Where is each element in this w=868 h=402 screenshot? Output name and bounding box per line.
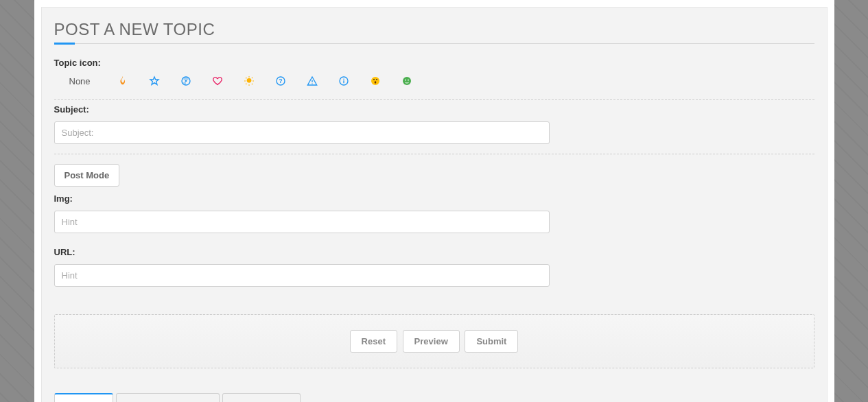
tab-upload-attachment[interactable]: Upload attachment bbox=[116, 393, 220, 402]
svg-text:?: ? bbox=[279, 78, 282, 84]
tab-options[interactable]: Options bbox=[54, 393, 114, 402]
svg-point-11 bbox=[373, 79, 375, 80]
topic-icon-section: Topic icon: None ? bbox=[54, 54, 814, 100]
subject-section: Subject: bbox=[54, 100, 814, 154]
svg-point-10 bbox=[371, 77, 379, 85]
svg-point-12 bbox=[376, 79, 377, 80]
url-input[interactable] bbox=[54, 264, 550, 287]
preview-button[interactable]: Preview bbox=[403, 330, 460, 353]
svg-point-1 bbox=[185, 80, 187, 82]
submit-button[interactable]: Submit bbox=[465, 330, 518, 353]
svg-point-16 bbox=[408, 80, 409, 81]
svg-point-8 bbox=[343, 79, 344, 80]
post-form-panel: Post a new topic Topic icon: None bbox=[41, 7, 828, 402]
subject-label: Subject: bbox=[54, 104, 814, 115]
topic-icon-row: None ? bbox=[54, 75, 814, 90]
img-label: Img: bbox=[54, 193, 814, 204]
subject-input[interactable] bbox=[54, 121, 550, 144]
info-icon[interactable] bbox=[338, 75, 350, 87]
radioactive-icon[interactable] bbox=[180, 75, 192, 87]
url-label: URL: bbox=[54, 247, 814, 257]
fire-icon[interactable] bbox=[117, 75, 129, 87]
tab-poll-creation[interactable]: Poll creation bbox=[222, 393, 301, 402]
form-actions: Reset Preview Submit bbox=[54, 314, 814, 368]
green-face-icon[interactable] bbox=[401, 75, 413, 87]
question-icon[interactable]: ? bbox=[274, 75, 287, 87]
star-icon[interactable] bbox=[148, 75, 161, 87]
svg-point-2 bbox=[246, 78, 251, 83]
svg-point-13 bbox=[374, 81, 376, 83]
heart-icon[interactable] bbox=[211, 75, 224, 87]
img-input[interactable] bbox=[54, 211, 550, 233]
lightbulb-icon[interactable] bbox=[243, 75, 255, 87]
url-section: URL: bbox=[54, 243, 814, 296]
img-section: Img: bbox=[54, 193, 814, 243]
warning-icon[interactable] bbox=[306, 75, 318, 87]
svg-point-15 bbox=[405, 80, 406, 81]
reset-button[interactable]: Reset bbox=[350, 330, 397, 353]
topic-icon-none[interactable]: None bbox=[69, 76, 97, 86]
surprised-face-icon[interactable] bbox=[369, 75, 382, 87]
svg-point-6 bbox=[312, 83, 312, 84]
svg-point-14 bbox=[403, 77, 411, 85]
tabs-row: Options Upload attachment Poll creation bbox=[54, 393, 814, 402]
page-title: Post a new topic bbox=[54, 20, 814, 44]
page-wrapper: Post a new topic Topic icon: None bbox=[34, 0, 834, 402]
topic-icon-label: Topic icon: bbox=[54, 58, 814, 68]
post-mode-button[interactable]: Post Mode bbox=[54, 164, 120, 187]
